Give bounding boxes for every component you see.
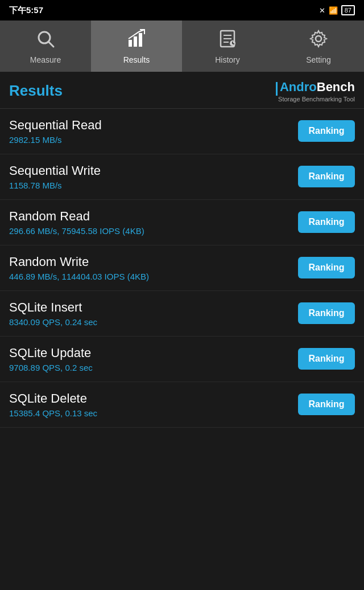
result-info: SQLite Insert 8340.09 QPS, 0.24 sec	[9, 300, 298, 327]
ranking-button[interactable]: Ranking	[298, 302, 355, 324]
ranking-button[interactable]: Ranking	[298, 120, 355, 142]
brand-name-highlight: Andro	[280, 80, 317, 94]
tab-measure-label: Measure	[30, 55, 61, 64]
result-info: Random Read 296.66 MB/s, 75945.58 IOPS (…	[9, 209, 298, 236]
status-icons: ✕ 📶 87	[319, 5, 355, 15]
setting-icon	[308, 28, 329, 52]
result-name: Sequential Write	[9, 163, 298, 178]
tab-measure[interactable]: Measure	[0, 21, 91, 72]
result-value: 1158.78 MB/s	[9, 181, 298, 190]
result-name: Sequential Read	[9, 118, 298, 133]
tab-history-label: History	[215, 55, 240, 64]
tab-history[interactable]: History	[182, 21, 273, 72]
svg-line-1	[48, 42, 53, 47]
result-row: SQLite Update 9708.89 QPS, 0.2 sec Ranki…	[0, 337, 364, 382]
sim-icon: ✕	[319, 6, 325, 15]
result-info: SQLite Update 9708.89 QPS, 0.2 sec	[9, 346, 298, 372]
result-info: Sequential Write 1158.78 MB/s	[9, 163, 298, 190]
brand-bar	[276, 82, 278, 96]
tab-bar: Measure Results History	[0, 21, 364, 72]
result-value: 446.89 MB/s, 114404.03 IOPS (4KB)	[9, 272, 298, 281]
result-info: SQLite Delete 15385.4 QPS, 0.13 sec	[9, 391, 298, 418]
brand-name-suffix: Bench	[317, 80, 355, 94]
results-header: Results AndroBench Storage Benchmarking …	[0, 72, 364, 109]
ranking-button[interactable]: Ranking	[298, 166, 355, 187]
result-value: 15385.4 QPS, 0.13 sec	[9, 408, 298, 418]
result-value: 8340.09 QPS, 0.24 sec	[9, 317, 298, 327]
result-list: Sequential Read 2982.15 MB/s Ranking Seq…	[0, 109, 364, 428]
result-value: 9708.89 QPS, 0.2 sec	[9, 363, 298, 372]
brand-logo: AndroBench Storage Benchmarking Tool	[276, 80, 355, 103]
tab-results[interactable]: Results	[91, 21, 182, 72]
page-title: Results	[9, 82, 63, 100]
result-row: Sequential Write 1158.78 MB/s Ranking	[0, 154, 364, 200]
result-value: 296.66 MB/s, 75945.58 IOPS (4KB)	[9, 226, 298, 236]
result-row: SQLite Delete 15385.4 QPS, 0.13 sec Rank…	[0, 382, 364, 428]
ranking-button[interactable]: Ranking	[298, 211, 355, 233]
result-name: SQLite Update	[9, 346, 298, 360]
result-info: Sequential Read 2982.15 MB/s	[9, 118, 298, 145]
tab-results-label: Results	[123, 55, 150, 64]
svg-rect-4	[139, 33, 142, 47]
result-info: Random Write 446.89 MB/s, 114404.03 IOPS…	[9, 255, 298, 281]
result-row: Random Write 446.89 MB/s, 114404.03 IOPS…	[0, 245, 364, 291]
result-row: Sequential Read 2982.15 MB/s Ranking	[0, 109, 364, 154]
result-value: 2982.15 MB/s	[9, 135, 298, 145]
brand-name: AndroBench	[276, 80, 355, 96]
svg-rect-3	[134, 36, 137, 47]
svg-point-12	[316, 36, 321, 42]
status-time: 下午5:57	[9, 5, 43, 16]
result-name: Random Read	[9, 209, 298, 224]
result-row: SQLite Insert 8340.09 QPS, 0.24 sec Rank…	[0, 291, 364, 337]
brand-subtitle: Storage Benchmarking Tool	[278, 96, 355, 103]
measure-icon	[35, 28, 56, 52]
history-icon	[217, 28, 238, 52]
ranking-button[interactable]: Ranking	[298, 394, 355, 415]
tab-setting[interactable]: Setting	[273, 21, 364, 72]
result-name: SQLite Insert	[9, 300, 298, 315]
ranking-button[interactable]: Ranking	[298, 257, 355, 278]
tab-setting-label: Setting	[306, 55, 331, 64]
wifi-icon: 📶	[329, 6, 338, 15]
result-name: SQLite Delete	[9, 391, 298, 406]
result-row: Random Read 296.66 MB/s, 75945.58 IOPS (…	[0, 200, 364, 245]
results-icon	[126, 28, 147, 52]
result-name: Random Write	[9, 255, 298, 269]
battery-icon: 87	[341, 5, 355, 15]
status-bar: 下午5:57 ✕ 📶 87	[0, 0, 364, 21]
svg-rect-2	[129, 40, 132, 47]
ranking-button[interactable]: Ranking	[298, 348, 355, 370]
